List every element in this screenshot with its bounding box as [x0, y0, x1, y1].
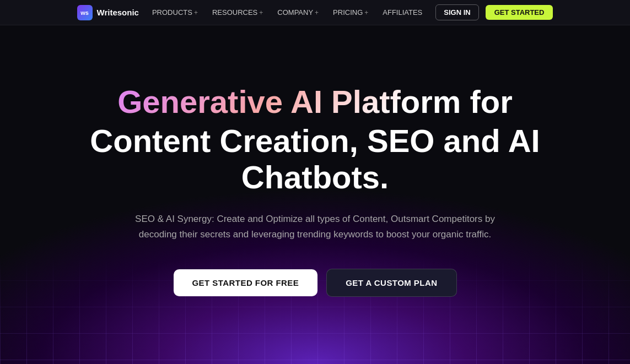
nav-pricing-label: PRICING	[333, 8, 363, 17]
nav-company-plus-icon: +	[315, 9, 319, 17]
get-custom-plan-button[interactable]: GET A CUSTOM PLAN	[326, 269, 456, 297]
nav-affiliates-label: AFFILIATES	[383, 8, 422, 17]
logo[interactable]: ws Writesonic	[77, 5, 139, 20]
nav-get-started-button[interactable]: GET STARTED	[486, 5, 553, 20]
nav-pricing-plus-icon: +	[364, 9, 368, 17]
nav-company-label: COMPANY	[277, 8, 313, 17]
nav-products-label: PRODUCTS	[152, 8, 192, 17]
navbar: ws Writesonic PRODUCTS + RESOURCES + COM…	[0, 0, 630, 25]
nav-resources-label: RESOURCES	[212, 8, 257, 17]
hero-title-line2: Content Creation, SEO and AI Chatbots.	[89, 123, 541, 196]
nav-item-products[interactable]: PRODUCTS +	[147, 5, 203, 20]
hero-title-line1: Generative AI Platform for	[89, 84, 541, 121]
logo-icon: ws	[77, 5, 93, 20]
logo-label: Writesonic	[97, 8, 139, 17]
hero-cta-group: GET STARTED FOR FREE GET A CUSTOM PLAN	[89, 269, 541, 297]
hero-content: Generative AI Platform for Content Creat…	[67, 84, 563, 297]
nav-item-affiliates[interactable]: AFFILIATES	[377, 5, 428, 20]
get-started-free-button[interactable]: GET STARTED FOR FREE	[174, 269, 318, 296]
nav-item-pricing[interactable]: PRICING +	[327, 5, 374, 20]
logo-icon-text: ws	[80, 9, 89, 16]
nav-resources-plus-icon: +	[259, 9, 263, 17]
hero-section: Generative AI Platform for Content Creat…	[0, 0, 630, 364]
nav-item-company[interactable]: COMPANY +	[272, 5, 324, 20]
hero-subtitle: SEO & AI Synergy: Create and Optimize al…	[128, 211, 503, 242]
nav-item-resources[interactable]: RESOURCES +	[207, 5, 268, 20]
sign-in-button[interactable]: SIGN IN	[435, 4, 478, 20]
nav-products-plus-icon: +	[194, 9, 198, 17]
